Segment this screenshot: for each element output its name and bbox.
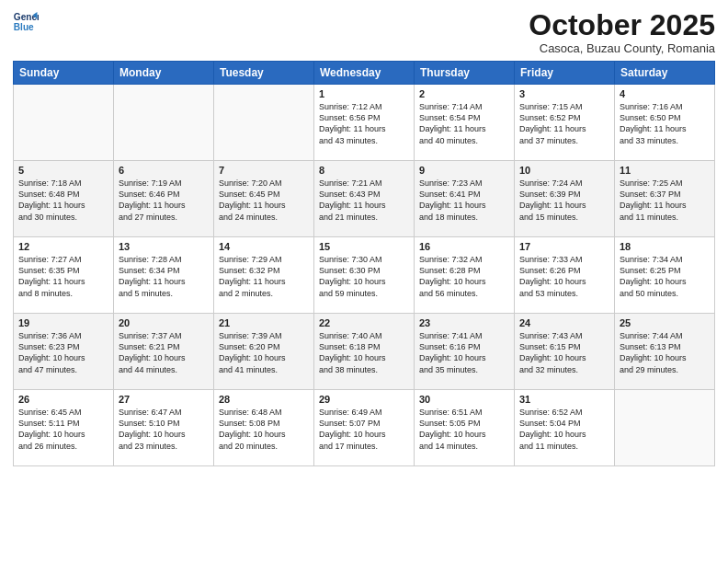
calendar-cell: 17Sunrise: 7:33 AM Sunset: 6:26 PM Dayli… [515,237,615,314]
day-number: 5 [18,165,108,176]
calendar-week-row: 1Sunrise: 7:12 AM Sunset: 6:56 PM Daylig… [14,85,715,161]
calendar-cell: 3Sunrise: 7:15 AM Sunset: 6:52 PM Daylig… [515,85,615,161]
calendar-cell: 21Sunrise: 7:39 AM Sunset: 6:20 PM Dayli… [214,314,314,390]
calendar-cell: 16Sunrise: 7:32 AM Sunset: 6:28 PM Dayli… [415,237,515,314]
day-info: Sunrise: 7:19 AM Sunset: 6:46 PM Dayligh… [119,178,209,223]
day-number: 13 [119,241,209,252]
day-number: 23 [419,317,509,328]
day-info: Sunrise: 7:23 AM Sunset: 6:41 PM Dayligh… [419,178,509,223]
weekday-saturday: Saturday [615,62,715,85]
calendar-week-row: 19Sunrise: 7:36 AM Sunset: 6:23 PM Dayli… [14,314,715,390]
day-info: Sunrise: 6:48 AM Sunset: 5:08 PM Dayligh… [219,407,309,452]
day-info: Sunrise: 6:47 AM Sunset: 5:10 PM Dayligh… [119,407,209,452]
day-info: Sunrise: 7:18 AM Sunset: 6:48 PM Dayligh… [18,178,108,223]
day-info: Sunrise: 7:37 AM Sunset: 6:21 PM Dayligh… [119,330,209,375]
calendar-cell: 1Sunrise: 7:12 AM Sunset: 6:56 PM Daylig… [314,85,415,161]
calendar-week-row: 5Sunrise: 7:18 AM Sunset: 6:48 PM Daylig… [14,161,715,237]
day-info: Sunrise: 7:21 AM Sunset: 6:43 PM Dayligh… [319,178,409,223]
calendar-cell: 8Sunrise: 7:21 AM Sunset: 6:43 PM Daylig… [314,161,415,237]
day-number: 2 [419,88,509,99]
calendar-cell: 23Sunrise: 7:41 AM Sunset: 6:16 PM Dayli… [415,314,515,390]
day-number: 28 [219,394,309,405]
weekday-header-row: SundayMondayTuesdayWednesdayThursdayFrid… [14,62,715,85]
weekday-tuesday: Tuesday [214,62,314,85]
logo: General Blue [13,9,39,35]
day-number: 11 [620,165,710,176]
calendar-cell: 26Sunrise: 6:45 AM Sunset: 5:11 PM Dayli… [14,390,114,466]
day-info: Sunrise: 7:39 AM Sunset: 6:20 PM Dayligh… [219,330,309,375]
day-info: Sunrise: 6:49 AM Sunset: 5:07 PM Dayligh… [319,407,409,452]
day-number: 6 [119,165,209,176]
calendar-cell: 13Sunrise: 7:28 AM Sunset: 6:34 PM Dayli… [114,237,214,314]
calendar-cell: 22Sunrise: 7:40 AM Sunset: 6:18 PM Dayli… [314,314,415,390]
day-number: 18 [620,241,710,252]
day-info: Sunrise: 6:52 AM Sunset: 5:04 PM Dayligh… [519,407,609,452]
calendar-cell: 6Sunrise: 7:19 AM Sunset: 6:46 PM Daylig… [114,161,214,237]
calendar-cell: 5Sunrise: 7:18 AM Sunset: 6:48 PM Daylig… [14,161,114,237]
day-info: Sunrise: 7:24 AM Sunset: 6:39 PM Dayligh… [519,178,609,223]
day-info: Sunrise: 7:30 AM Sunset: 6:30 PM Dayligh… [319,254,409,299]
day-info: Sunrise: 7:40 AM Sunset: 6:18 PM Dayligh… [319,330,409,375]
day-number: 7 [219,165,309,176]
day-info: Sunrise: 7:27 AM Sunset: 6:35 PM Dayligh… [18,254,108,299]
calendar: SundayMondayTuesdayWednesdayThursdayFrid… [13,61,715,466]
month-title: October 2025 [529,9,715,41]
day-info: Sunrise: 7:44 AM Sunset: 6:13 PM Dayligh… [620,330,710,375]
calendar-cell: 25Sunrise: 7:44 AM Sunset: 6:13 PM Dayli… [615,314,715,390]
calendar-week-row: 26Sunrise: 6:45 AM Sunset: 5:11 PM Dayli… [14,390,715,466]
logo-icon: General Blue [13,9,39,35]
day-number: 31 [519,394,609,405]
day-number: 15 [319,241,409,252]
calendar-cell: 24Sunrise: 7:43 AM Sunset: 6:15 PM Dayli… [515,314,615,390]
day-number: 9 [419,165,509,176]
day-number: 4 [620,88,710,99]
calendar-cell: 27Sunrise: 6:47 AM Sunset: 5:10 PM Dayli… [114,390,214,466]
day-number: 21 [219,317,309,328]
calendar-cell: 10Sunrise: 7:24 AM Sunset: 6:39 PM Dayli… [515,161,615,237]
calendar-cell: 31Sunrise: 6:52 AM Sunset: 5:04 PM Dayli… [515,390,615,466]
day-info: Sunrise: 7:43 AM Sunset: 6:15 PM Dayligh… [519,330,609,375]
day-number: 19 [18,317,108,328]
calendar-cell: 7Sunrise: 7:20 AM Sunset: 6:45 PM Daylig… [214,161,314,237]
calendar-cell [615,390,715,466]
subtitle: Casoca, Buzau County, Romania [529,41,715,55]
calendar-cell: 29Sunrise: 6:49 AM Sunset: 5:07 PM Dayli… [314,390,415,466]
day-info: Sunrise: 7:29 AM Sunset: 6:32 PM Dayligh… [219,254,309,299]
day-info: Sunrise: 7:16 AM Sunset: 6:50 PM Dayligh… [620,101,710,146]
day-number: 10 [519,165,609,176]
day-number: 1 [319,88,409,99]
day-info: Sunrise: 7:34 AM Sunset: 6:25 PM Dayligh… [620,254,710,299]
calendar-cell: 18Sunrise: 7:34 AM Sunset: 6:25 PM Dayli… [615,237,715,314]
svg-text:Blue: Blue [14,22,34,32]
day-number: 22 [319,317,409,328]
day-info: Sunrise: 7:33 AM Sunset: 6:26 PM Dayligh… [519,254,609,299]
calendar-cell: 28Sunrise: 6:48 AM Sunset: 5:08 PM Dayli… [214,390,314,466]
calendar-cell: 19Sunrise: 7:36 AM Sunset: 6:23 PM Dayli… [14,314,114,390]
calendar-cell: 4Sunrise: 7:16 AM Sunset: 6:50 PM Daylig… [615,85,715,161]
header: General Blue October 2025 Casoca, Buzau … [13,9,715,55]
weekday-friday: Friday [515,62,615,85]
calendar-cell [114,85,214,161]
calendar-cell: 9Sunrise: 7:23 AM Sunset: 6:41 PM Daylig… [415,161,515,237]
day-info: Sunrise: 7:15 AM Sunset: 6:52 PM Dayligh… [519,101,609,146]
day-number: 29 [319,394,409,405]
day-number: 24 [519,317,609,328]
day-info: Sunrise: 7:32 AM Sunset: 6:28 PM Dayligh… [419,254,509,299]
calendar-cell: 14Sunrise: 7:29 AM Sunset: 6:32 PM Dayli… [214,237,314,314]
weekday-sunday: Sunday [14,62,114,85]
day-info: Sunrise: 7:28 AM Sunset: 6:34 PM Dayligh… [119,254,209,299]
day-number: 20 [119,317,209,328]
day-number: 17 [519,241,609,252]
day-info: Sunrise: 7:20 AM Sunset: 6:45 PM Dayligh… [219,178,309,223]
day-number: 30 [419,394,509,405]
day-number: 3 [519,88,609,99]
calendar-cell: 15Sunrise: 7:30 AM Sunset: 6:30 PM Dayli… [314,237,415,314]
day-number: 25 [620,317,710,328]
day-number: 16 [419,241,509,252]
title-block: October 2025 Casoca, Buzau County, Roman… [529,9,715,55]
day-info: Sunrise: 7:41 AM Sunset: 6:16 PM Dayligh… [419,330,509,375]
calendar-cell: 30Sunrise: 6:51 AM Sunset: 5:05 PM Dayli… [415,390,515,466]
day-info: Sunrise: 7:25 AM Sunset: 6:37 PM Dayligh… [620,178,710,223]
day-info: Sunrise: 6:45 AM Sunset: 5:11 PM Dayligh… [18,407,108,452]
calendar-cell [14,85,114,161]
